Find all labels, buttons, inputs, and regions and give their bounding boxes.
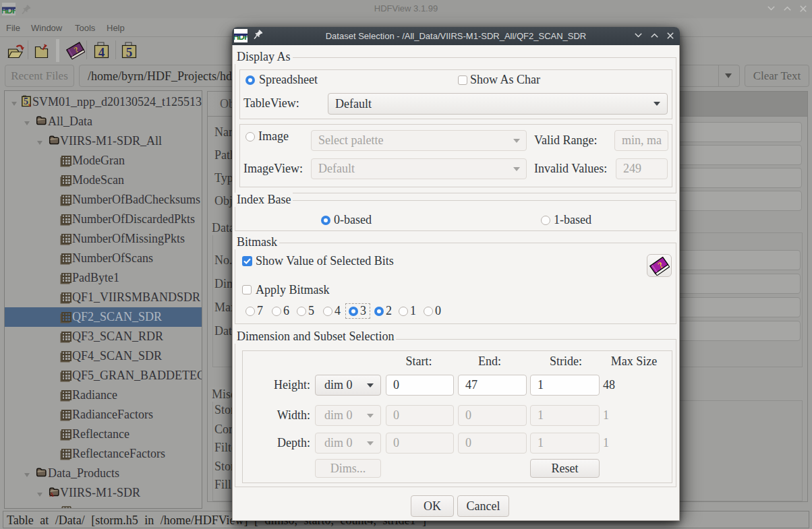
svg-text:HDF: HDF	[234, 32, 248, 42]
